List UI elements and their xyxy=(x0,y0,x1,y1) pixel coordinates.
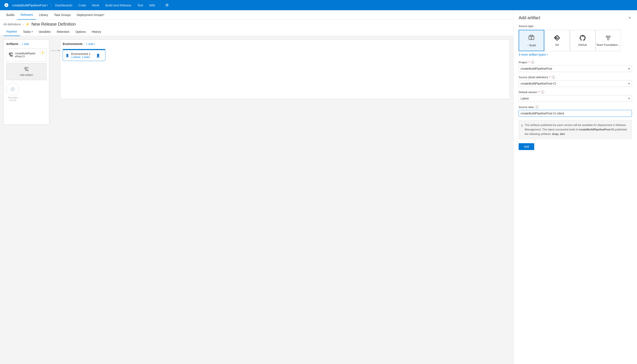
env-person-icon-right: 👤 xyxy=(96,54,100,58)
nav-logo[interactable] xyxy=(3,0,10,10)
nav-project-chevron: ▾ xyxy=(47,4,48,6)
artifact-name: createBuildPipelin ePost-CI xyxy=(15,52,36,58)
svg-line-9 xyxy=(608,38,609,38)
tab-retention[interactable]: Retention xyxy=(54,28,73,36)
build-label: ✓ Build xyxy=(527,44,536,47)
breadcrumb-separator: › xyxy=(23,22,24,26)
schedule-icon: 🕐 xyxy=(11,87,15,91)
top-nav: createBuildPipelinePost ▾ Dashboards Cod… xyxy=(0,0,637,10)
environment-1[interactable]: 👤 Environment 1 1 phase, 2 tasks 👤 xyxy=(63,49,105,61)
connector-arrow: ▶ xyxy=(49,40,60,51)
nav-item-dashboards[interactable]: Dashboards xyxy=(52,0,75,10)
env1-tasks[interactable]: 1 phase, 2 tasks xyxy=(71,56,91,58)
git-label: Git xyxy=(555,43,559,46)
nav-gear-button[interactable]: ⚙ xyxy=(163,0,171,10)
add-button[interactable]: Add xyxy=(519,143,534,150)
project-info-icon[interactable]: ℹ xyxy=(531,60,534,64)
breadcrumb-link[interactable]: All definitions xyxy=(4,22,21,26)
panel-body: Source type xyxy=(513,24,637,364)
nav-project[interactable]: createBuildPipelinePost ▾ xyxy=(10,4,50,7)
sub-nav: Builds Releases Library Task Groups Depl… xyxy=(0,10,513,20)
default-version-info-icon[interactable]: ℹ xyxy=(541,90,544,94)
artifacts-header-label: Artifacts xyxy=(6,42,18,46)
source-type-build[interactable]: ✓ Build xyxy=(519,30,544,51)
schedule-label: Schedule not set xyxy=(6,96,47,102)
env-add-button[interactable]: + Add ▾ xyxy=(86,42,95,46)
add-artifact-card[interactable]: 🏗 Add artifact xyxy=(6,63,47,80)
more-types-chevron: ▾ xyxy=(546,54,548,56)
subnav-releases[interactable]: Releases xyxy=(18,10,36,20)
panel-header: Add artifact × xyxy=(513,10,637,24)
artifact-build-icon: 🏗 xyxy=(9,52,13,58)
default-version-required-star: * xyxy=(538,90,539,94)
tfs-label: Team Foundation... xyxy=(596,43,620,46)
artifacts-panel: Artifacts | + Add 🏗 createBuildPipelin e… xyxy=(4,40,49,125)
add-artifact-icon: 🏗 xyxy=(24,67,29,72)
tab-variables[interactable]: Variables xyxy=(36,28,54,36)
env-separator: | xyxy=(84,42,85,46)
info-box-icon: ℹ xyxy=(521,123,522,136)
env1-name: Environment 1 xyxy=(71,52,91,56)
subnav-library[interactable]: Library xyxy=(36,10,51,20)
tab-tasks[interactable]: Tasks ▾ xyxy=(20,28,36,36)
project-label: Project xyxy=(519,61,527,64)
source-type-section: Source type xyxy=(519,24,632,51)
artifact-trigger-button[interactable]: ⚡ xyxy=(40,50,45,55)
default-version-select[interactable]: Latest xyxy=(519,95,632,102)
tabs: Pipeline Tasks ▾ Variables Retention Opt… xyxy=(0,28,513,36)
source-alias-label: Source alias xyxy=(519,106,534,109)
subnav-builds[interactable]: Builds xyxy=(4,10,18,20)
nav-item-code[interactable]: Code xyxy=(75,0,89,10)
artifacts-add-button[interactable]: + Add xyxy=(22,42,29,46)
svg-point-7 xyxy=(607,38,609,40)
panel-title: Add artifact xyxy=(519,15,540,20)
github-icon xyxy=(579,34,586,42)
nav-item-wiki[interactable]: Wiki xyxy=(146,0,158,10)
add-artifact-label: Add artifact xyxy=(20,74,33,76)
source-type-github[interactable]: GitHub xyxy=(570,30,595,51)
source-required-star: * xyxy=(549,76,550,79)
subnav-task-groups[interactable]: Task Groups xyxy=(51,10,74,20)
subnav-deployment-groups[interactable]: Deployment Groups* xyxy=(74,10,108,20)
close-button[interactable]: × xyxy=(627,14,632,21)
nav-divider xyxy=(51,3,51,7)
source-info-icon[interactable]: ℹ xyxy=(552,76,555,79)
schedule-card[interactable]: 🕐 xyxy=(6,83,19,96)
add-artifact-panel: Add artifact × Source type xyxy=(513,10,637,364)
project-select[interactable]: createBuildPipelinePost xyxy=(519,65,632,72)
git-icon xyxy=(554,34,560,42)
tab-pipeline[interactable]: Pipeline xyxy=(4,28,20,36)
pipeline-canvas: Artifacts | + Add 🏗 createBuildPipelin e… xyxy=(0,36,513,364)
tab-options[interactable]: Options xyxy=(73,28,89,36)
source-type-label: Source type xyxy=(519,24,632,28)
nav-item-test[interactable]: Test xyxy=(134,0,146,10)
project-required-star: * xyxy=(528,61,529,64)
project-field-group: Project * ℹ createBuildPipelinePost ▾ xyxy=(519,60,632,72)
tab-history[interactable]: History xyxy=(89,28,104,36)
default-version-label: Default version xyxy=(519,90,537,94)
tfs-icon xyxy=(605,34,612,42)
artifacts-separator: | xyxy=(20,42,21,46)
info-box: ℹ The artifacts published by each versio… xyxy=(519,120,632,139)
env-add-chevron: ▾ xyxy=(94,43,95,45)
source-alias-input[interactable] xyxy=(519,110,632,117)
source-label: Source (Build definition) xyxy=(519,76,548,79)
artifact-card: 🏗 createBuildPipelin ePost-CI ⚡ xyxy=(6,48,47,62)
breadcrumb: All definitions › ⚡ New Release Definiti… xyxy=(0,20,513,28)
more-artifact-types-link[interactable]: 3 more artifact types ▾ xyxy=(519,53,632,56)
source-type-git[interactable]: Git xyxy=(544,30,570,51)
page-title: ⚡ New Release Definition xyxy=(25,22,76,27)
env-person-icon-left: 👤 xyxy=(66,54,69,57)
schedule-not-set-label: Schedule not set xyxy=(6,96,19,102)
svg-line-8 xyxy=(607,38,608,38)
default-version-field-group: Default version * ℹ Latest ▾ xyxy=(519,90,632,102)
environments-header-label: Environments xyxy=(63,42,83,46)
build-icon xyxy=(528,34,535,42)
nav-item-build-release[interactable]: Build and Release xyxy=(102,0,134,10)
nav-item-work[interactable]: Work xyxy=(89,0,102,10)
info-box-text: The artifacts published by each version … xyxy=(525,123,629,136)
source-field-group: Source (Build definition) * ℹ createBuil… xyxy=(519,76,632,87)
source-alias-info-icon[interactable]: ℹ xyxy=(535,105,539,109)
source-type-tfs[interactable]: Team Foundation... xyxy=(595,30,621,51)
source-select[interactable]: createBuildPipelinePost-CI xyxy=(519,80,632,87)
